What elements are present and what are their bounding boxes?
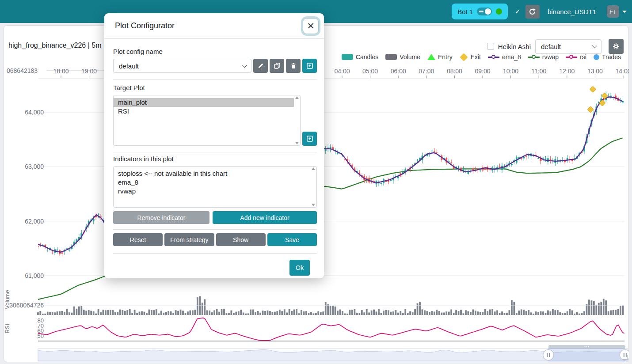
legend-item-Volume[interactable]: Volume xyxy=(385,53,420,61)
pencil-icon xyxy=(258,63,264,69)
chevron-down-icon[interactable] xyxy=(622,11,627,13)
legend-item-Exit[interactable]: Exit xyxy=(460,53,481,61)
legend-item-rvwap[interactable]: rvwap xyxy=(528,53,559,61)
time-tick-label: 05:00 xyxy=(362,68,378,75)
legend-item-rsi[interactable]: rsi xyxy=(566,53,586,61)
scrollbar[interactable] xyxy=(294,96,299,144)
config-name-select-value: default xyxy=(119,62,139,70)
from-strategy-button[interactable]: From strategy xyxy=(164,233,214,246)
legend-item-ema_8[interactable]: ema_8 xyxy=(488,53,521,61)
time-tick-label: 06:00 xyxy=(391,68,406,75)
volume-axis-value-label: 3068064726 xyxy=(9,302,44,309)
rsi-pane-label: RSI xyxy=(4,324,11,334)
modal-footer: Ok xyxy=(113,253,317,276)
plot-config-select[interactable]: default xyxy=(535,39,602,54)
modal-title: Plot Configurator xyxy=(115,21,175,30)
indicator-item[interactable]: rvwap xyxy=(114,187,310,196)
legend-item-Trades[interactable]: Trades xyxy=(594,53,621,61)
plus-square-icon xyxy=(307,63,313,69)
ok-button[interactable]: Ok xyxy=(289,260,310,276)
volume-bars xyxy=(37,296,624,315)
plot-configurator-modal: Plot Configurator ✕ Plot config name def… xyxy=(104,13,324,278)
time-tick-label: 18:00 xyxy=(53,68,69,75)
legend-item-Candles[interactable]: Candles xyxy=(342,53,378,61)
gear-icon xyxy=(613,43,620,50)
modal-body: Plot config name default xyxy=(104,39,324,276)
edit-config-button[interactable] xyxy=(253,59,268,73)
add-config-button[interactable] xyxy=(302,59,317,73)
legend-label: Trades xyxy=(602,53,621,61)
indicators-list[interactable]: stoploss <-- not available in this chart… xyxy=(113,166,317,208)
plot-config-name-label: Plot config name xyxy=(113,48,317,55)
modal-header: Plot Configurator ✕ xyxy=(104,13,324,39)
scroll-up-icon[interactable] xyxy=(295,96,299,99)
show-button[interactable]: Show xyxy=(216,233,266,246)
heikin-ashi-checkbox[interactable] xyxy=(487,43,494,50)
legend-line-swatch xyxy=(488,57,499,58)
time-tick-label: 19:00 xyxy=(81,68,97,75)
chart-title: high_frog_binance_v226 | 5m xyxy=(8,42,102,49)
indicator-item[interactable]: stoploss <-- not available in this chart xyxy=(114,169,310,178)
exit-marker-icon xyxy=(599,100,605,106)
legend-line-swatch xyxy=(566,57,577,58)
legend-triangle-swatch xyxy=(427,54,435,60)
grip-dots-icon xyxy=(588,346,589,347)
target-plot-label: Target Plot xyxy=(113,84,317,91)
rsi-line xyxy=(38,318,624,341)
legend-label: Volume xyxy=(400,53,420,61)
duplicate-config-button[interactable] xyxy=(270,59,284,73)
time-tick-label: 10:00 xyxy=(503,68,518,75)
time-tick-label: 14:00 xyxy=(615,68,629,75)
legend-label: rvwap xyxy=(542,53,559,61)
target-plot-item[interactable]: main_plot xyxy=(114,98,294,107)
reset-button[interactable]: Reset xyxy=(113,233,163,246)
bot-selector-button[interactable]: Bot 1 xyxy=(452,4,508,19)
time-tick-label: 08:00 xyxy=(447,68,462,75)
indicator-item[interactable]: ema_8 xyxy=(114,178,310,187)
config-name-select[interactable]: default xyxy=(113,59,251,73)
bot-online-status-dot xyxy=(496,8,502,15)
price-tick-label: 63,000 xyxy=(25,163,44,170)
time-tick-label: 04:00 xyxy=(334,68,350,75)
remove-indicator-button[interactable]: Remove indicator xyxy=(113,211,209,224)
target-plot-item[interactable]: RSI xyxy=(114,107,294,116)
volume-axis-top-label: 068642183 xyxy=(7,67,38,74)
legend-label: Entry xyxy=(438,53,453,61)
datazoom-area xyxy=(38,350,628,361)
trash-icon xyxy=(290,63,297,69)
legend-circle-swatch xyxy=(594,54,599,60)
close-icon: ✕ xyxy=(307,21,315,31)
legend-label: Exit xyxy=(471,53,481,61)
price-tick-label: 64,000 xyxy=(25,109,44,116)
close-button[interactable]: ✕ xyxy=(303,18,319,34)
scroll-up-icon[interactable] xyxy=(312,167,315,170)
scroll-down-icon[interactable] xyxy=(295,142,299,144)
add-plot-button[interactable] xyxy=(302,132,317,146)
exit-marker-icon xyxy=(590,86,596,92)
scrollbar[interactable] xyxy=(311,167,316,206)
legend-line-swatch xyxy=(528,57,540,58)
legend-item-Entry[interactable]: Entry xyxy=(427,53,453,61)
chart-legend: CandlesVolumeEntryExitema_8rvwaprsiTrade… xyxy=(342,53,621,61)
delete-config-button[interactable] xyxy=(286,59,301,73)
datazoom-selected-range[interactable] xyxy=(548,349,625,361)
indicators-label: Indicators in this plot xyxy=(113,155,317,163)
time-tick-label: 12:00 xyxy=(559,68,575,75)
user-avatar[interactable]: FT xyxy=(607,5,619,18)
target-plot-list[interactable]: main_plotRSI xyxy=(113,95,301,146)
chevron-down-icon xyxy=(592,43,597,48)
add-new-indicator-button[interactable]: Add new indicator xyxy=(213,211,317,224)
price-tick-label: 61,000 xyxy=(25,272,44,279)
legend-rect-swatch xyxy=(342,54,353,60)
bot-enable-toggle[interactable] xyxy=(477,8,492,15)
plot-settings-button[interactable] xyxy=(609,39,624,54)
datazoom-handle[interactable] xyxy=(543,350,554,360)
save-button[interactable]: Save xyxy=(267,233,317,246)
pair-title: binance_USDT1 xyxy=(548,8,596,15)
chart-header-controls: Heikin Ashi default xyxy=(487,39,624,54)
scroll-down-icon[interactable] xyxy=(312,204,315,206)
refresh-button[interactable] xyxy=(525,5,540,19)
time-tick-label: 13:00 xyxy=(587,68,603,75)
legend-label: rsi xyxy=(580,53,586,61)
plus-square-icon xyxy=(307,136,313,142)
